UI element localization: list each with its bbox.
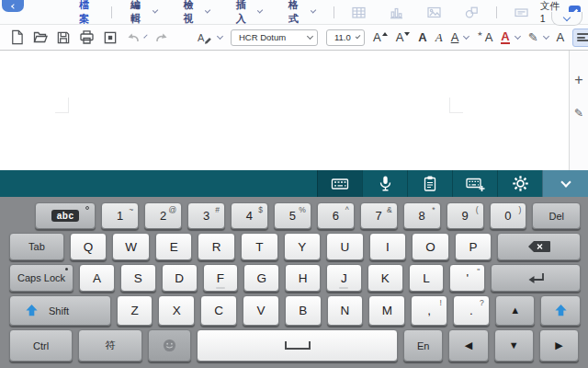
menu-insert[interactable]: 插入 bbox=[223, 0, 276, 26]
key-tab[interactable]: Tab bbox=[9, 233, 64, 260]
key-4[interactable]: 4$ bbox=[231, 202, 268, 229]
key-c[interactable]: C bbox=[200, 295, 237, 326]
back-button[interactable] bbox=[2, 0, 24, 12]
key-d[interactable]: D bbox=[162, 264, 198, 292]
keyboard-layout-button[interactable] bbox=[452, 170, 497, 197]
open-button[interactable] bbox=[32, 29, 48, 45]
key-capslock[interactable]: Caps Lock bbox=[9, 264, 74, 292]
menu-view[interactable]: 檢視 bbox=[170, 0, 222, 26]
key-k[interactable]: K bbox=[368, 264, 403, 292]
spellcheck-button[interactable]: A bbox=[197, 30, 222, 45]
key-l[interactable]: L bbox=[409, 264, 445, 292]
key-abc[interactable]: abc bbox=[35, 202, 96, 229]
font-size-select[interactable]: 11.0 bbox=[326, 29, 365, 46]
key-symbols[interactable]: 符 bbox=[78, 329, 141, 362]
insert-chart-button[interactable] bbox=[390, 6, 403, 19]
key-8[interactable]: 8* bbox=[403, 202, 441, 229]
key-z[interactable]: Z bbox=[117, 295, 153, 326]
key-backspace[interactable] bbox=[497, 233, 581, 260]
font-name-select[interactable]: HCR Dotum bbox=[231, 29, 318, 46]
key-period[interactable]: .? bbox=[453, 295, 490, 326]
key-3[interactable]: 3# bbox=[187, 202, 225, 229]
key-w[interactable]: W bbox=[112, 233, 150, 260]
key-m[interactable]: M bbox=[368, 295, 405, 326]
key-f[interactable]: F bbox=[203, 264, 239, 292]
key-b[interactable]: B bbox=[285, 295, 322, 326]
text-effect-button[interactable]: ★A bbox=[477, 31, 492, 43]
align-left-button[interactable] bbox=[572, 29, 588, 47]
key-g[interactable]: G bbox=[243, 264, 279, 292]
insert-table-button[interactable] bbox=[352, 6, 366, 19]
redo-button[interactable] bbox=[154, 31, 169, 44]
key-7-shift-symbol: & bbox=[387, 205, 392, 214]
key-j[interactable]: J bbox=[326, 264, 362, 292]
pen-tool-icon[interactable]: ✎ bbox=[574, 108, 583, 119]
voice-input-button[interactable] bbox=[362, 170, 407, 197]
key-r[interactable]: R bbox=[198, 233, 235, 260]
key-5[interactable]: 5% bbox=[274, 202, 311, 229]
key-1[interactable]: 1~ bbox=[101, 202, 139, 229]
key-t[interactable]: T bbox=[241, 233, 278, 260]
key-0[interactable]: 0) bbox=[490, 202, 527, 229]
key-arrow-up[interactable]: ▲ bbox=[495, 295, 536, 326]
menu-format[interactable]: 格式 bbox=[276, 0, 328, 26]
insert-image-button[interactable] bbox=[427, 6, 441, 19]
keyboard-settings-button[interactable] bbox=[497, 170, 542, 197]
underline-button[interactable]: A bbox=[451, 31, 469, 43]
key-arrow-left[interactable]: ◀ bbox=[448, 329, 488, 362]
font-color-button[interactable]: A bbox=[501, 30, 519, 44]
undo-history-caret[interactable] bbox=[143, 34, 147, 38]
key-s[interactable]: S bbox=[120, 264, 156, 292]
key-2[interactable]: 2@ bbox=[144, 202, 182, 229]
clear-format-button[interactable]: A bbox=[557, 31, 565, 43]
key-9[interactable]: 9( bbox=[447, 202, 484, 229]
key-quote[interactable]: '" bbox=[449, 264, 485, 292]
key-x[interactable]: X bbox=[158, 295, 195, 326]
insert-textbox-button[interactable] bbox=[514, 6, 528, 19]
key-q[interactable]: Q bbox=[70, 233, 107, 260]
key-i[interactable]: I bbox=[369, 233, 407, 260]
decrease-font-button[interactable]: A bbox=[396, 31, 411, 43]
key-arrow-down[interactable]: ▼ bbox=[494, 329, 534, 362]
key-shift-right[interactable] bbox=[540, 295, 581, 326]
keyboard-mode-button[interactable] bbox=[317, 170, 362, 197]
key-ctrl[interactable]: Ctrl bbox=[9, 329, 73, 362]
key-enter[interactable] bbox=[491, 264, 581, 292]
key-e[interactable]: E bbox=[155, 233, 193, 260]
key-y[interactable]: Y bbox=[284, 233, 322, 260]
key-arrow-right[interactable]: ▶ bbox=[539, 329, 579, 362]
menu-edit[interactable]: 編輯 bbox=[118, 0, 170, 26]
key-o[interactable]: O bbox=[412, 233, 449, 260]
menu-file[interactable]: 檔案 bbox=[66, 0, 106, 26]
key-comma[interactable]: ,! bbox=[411, 295, 447, 326]
key-7[interactable]: 7& bbox=[360, 202, 398, 229]
key-emoji[interactable] bbox=[148, 329, 192, 362]
collapse-toolbar-button[interactable] bbox=[551, 12, 582, 26]
key-n[interactable]: N bbox=[327, 295, 364, 326]
key-space[interactable] bbox=[197, 329, 398, 362]
increase-font-button[interactable]: A bbox=[373, 31, 388, 43]
print-button[interactable] bbox=[79, 29, 95, 45]
key-v[interactable]: V bbox=[243, 295, 279, 326]
italic-button[interactable]: A bbox=[435, 31, 443, 43]
key-h[interactable]: H bbox=[285, 264, 321, 292]
undo-button[interactable] bbox=[126, 31, 141, 44]
new-document-button[interactable] bbox=[9, 29, 24, 45]
key-shift[interactable]: Shift bbox=[9, 295, 111, 326]
key-6[interactable]: 6^ bbox=[317, 202, 355, 229]
key-a[interactable]: A bbox=[79, 264, 115, 292]
bold-button[interactable]: A bbox=[418, 31, 426, 43]
key-lang[interactable]: En bbox=[403, 329, 443, 362]
save-button[interactable] bbox=[56, 30, 71, 45]
clipboard-button[interactable] bbox=[407, 170, 452, 197]
key-u[interactable]: U bbox=[326, 233, 364, 260]
hide-keyboard-button[interactable] bbox=[542, 170, 588, 197]
document-page[interactable]: + ✎ bbox=[0, 51, 588, 170]
key-p[interactable]: P bbox=[455, 233, 492, 260]
preview-button[interactable] bbox=[103, 30, 118, 45]
key-1-label: 1 bbox=[117, 209, 123, 223]
highlighter-button[interactable]: ✎ bbox=[528, 31, 548, 43]
key-del[interactable]: Del bbox=[532, 202, 581, 229]
add-icon[interactable]: + bbox=[574, 73, 582, 87]
insert-shape-button[interactable] bbox=[465, 6, 479, 19]
